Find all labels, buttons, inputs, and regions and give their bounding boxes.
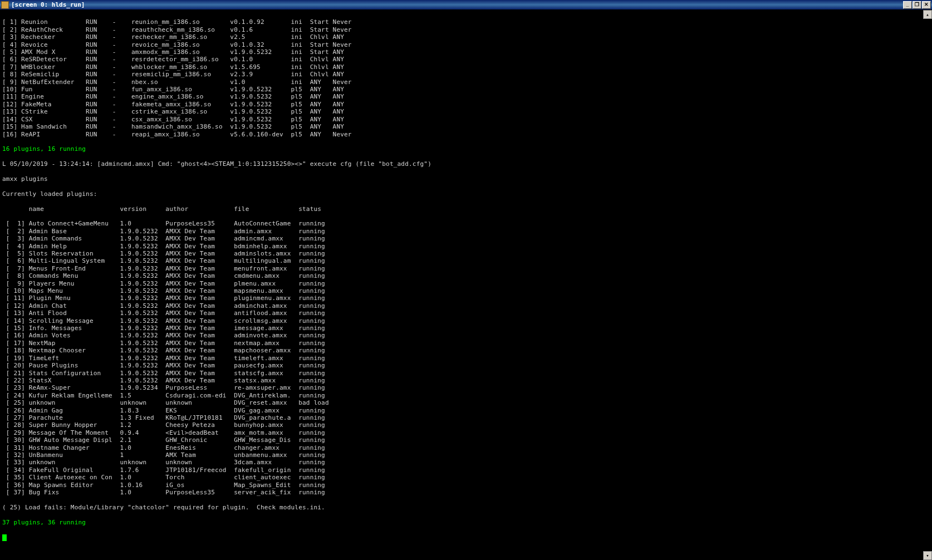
metamod-row: [ 9] NetBufExtender RUN - nbex.so v1.0 i… (2, 78, 930, 86)
log-line: L 05/10/2019 - 13:24:14: [admincmd.amxx]… (2, 160, 930, 168)
minimize-button[interactable]: _ (903, 1, 912, 9)
amxx-row: [ 36] Map Spawns Editor 1.0.16 iG_os Map… (2, 482, 930, 489)
amxx-row: [ 24] Kufur Reklam Engelleme 1.5 Csdurag… (2, 392, 930, 399)
amxx-row: [ 12] Admin Chat 1.9.0.5232 AMXX Dev Tea… (2, 302, 930, 310)
amxx-header: Currently loaded plugins: (2, 190, 930, 198)
amxx-row: [ 31] Hostname Changer 1.0 EnesReis chan… (2, 444, 930, 451)
window-title: [screen 0: hlds_run] (11, 1, 85, 8)
amxx-row: [ 3] Admin Commands 1.9.0.5232 AMXX Dev … (2, 235, 930, 242)
metamod-row: [16] ReAPI RUN - reapi_amxx_i386.so v5.6… (2, 131, 930, 138)
load-fail-line: ( 25) Load fails: Module/Library "chatco… (2, 504, 930, 511)
metamod-row: [ 4] Revoice RUN - revoice_mm_i386.so v0… (2, 41, 930, 48)
close-button[interactable]: ✕ (922, 1, 931, 9)
scroll-up-icon[interactable]: ▴ (923, 10, 932, 19)
amxx-row: [ 15] Info. Messages 1.9.0.5232 AMXX Dev… (2, 325, 930, 332)
amxx-row: [ 14] Scrolling Message 1.9.0.5232 AMXX … (2, 317, 930, 325)
metamod-row: [ 3] Rechecker RUN - rechecker_mm_i386.s… (2, 33, 930, 41)
window-buttons: _ ❐ ✕ (903, 1, 931, 9)
metamod-row: [10] Fun RUN - fun_amxx_i386.so v1.9.0.5… (2, 86, 930, 93)
amxx-row: [ 33] unknown unknown unknown 3dcam.amxx… (2, 459, 930, 466)
metamod-plugin-list: [ 1] Reunion RUN - reunion_mm_i386.so v0… (2, 18, 930, 138)
titlebar-left: [screen 0: hlds_run] (1, 1, 85, 9)
metamod-row: [12] FakeMeta RUN - fakemeta_amxx_i386.s… (2, 101, 930, 108)
amxx-row: [ 8] Commands Menu 1.9.0.5232 AMXX Dev T… (2, 272, 930, 279)
amxx-row: [ 18] Nextmap Chooser 1.9.0.5232 AMXX De… (2, 347, 930, 354)
metamod-summary: 16 plugins, 16 running (2, 145, 930, 153)
amxx-row: [ 19] TimeLeft 1.9.0.5232 AMXX Dev Team … (2, 355, 930, 362)
amxx-row: [ 21] Stats Configuration 1.9.0.5232 AMX… (2, 370, 930, 377)
amxx-row: [ 13] Anti Flood 1.9.0.5232 AMXX Dev Tea… (2, 310, 930, 317)
amxx-row: [ 26] Admin Gag 1.8.3 EKS DVG_gag.amxx r… (2, 407, 930, 414)
amxx-row: [ 37] Bug Fixs 1.0 PurposeLess35 server_… (2, 489, 930, 496)
amxx-row: [ 6] Multi-Lingual System 1.9.0.5232 AMX… (2, 257, 930, 264)
amxx-row: [ 29] Message Of The Moment 0.9.4 <Evil>… (2, 429, 930, 436)
amxx-row: [ 11] Plugin Menu 1.9.0.5232 AMXX Dev Te… (2, 294, 930, 302)
amxx-row: [ 16] Admin Votes 1.9.0.5232 AMXX Dev Te… (2, 332, 930, 339)
metamod-row: [ 2] ReAuthCheck RUN - reauthcheck_mm_i3… (2, 26, 930, 33)
terminal-output[interactable]: [ 1] Reunion RUN - reunion_mm_i386.so v0… (0, 10, 932, 560)
amxx-row: [ 25] unknown unknown unknown DVG_reset.… (2, 399, 930, 406)
scroll-down-icon[interactable]: ▾ (923, 551, 932, 560)
amxx-row: [ 2] Admin Base 1.9.0.5232 AMXX Dev Team… (2, 228, 930, 235)
maximize-button[interactable]: ❐ (913, 1, 921, 9)
amxx-row: [ 9] Players Menu 1.9.0.5232 AMXX Dev Te… (2, 280, 930, 287)
amxx-row: [ 35] Client Autoexec on Con 1.0 Torch c… (2, 474, 930, 481)
metamod-row: [15] Ham Sandwich RUN - hamsandwich_amxx… (2, 123, 930, 130)
amxx-row: [ 30] GHW Auto Message Displ 2.1 GHW_Chr… (2, 436, 930, 444)
amxx-summary: 37 plugins, 36 running (2, 519, 930, 526)
amxx-row: [ 1] Auto Connect+GameMenu 1.0 PurposeLe… (2, 220, 930, 227)
metamod-row: [13] CStrike RUN - cstrike_amxx_i386.so … (2, 108, 930, 115)
amxx-column-header: name version author file status (2, 205, 930, 213)
amxx-row: [ 10] Maps Menu 1.9.0.5232 AMXX Dev Team… (2, 287, 930, 294)
metamod-row: [11] Engine RUN - engine_amxx_i386.so v1… (2, 93, 930, 100)
metamod-row: [ 5] AMX Mod X RUN - amxmodx_mm_i386.so … (2, 48, 930, 56)
amxx-row: [ 17] NextMap 1.9.0.5232 AMXX Dev Team n… (2, 340, 930, 347)
amxx-row: [ 28] Super Bunny Hopper 1.2 Cheesy Pete… (2, 421, 930, 429)
metamod-row: [ 7] WHBlocker RUN - whblocker_mm_i386.s… (2, 63, 930, 71)
amxx-row: [ 34] FakeFull Original 1.7.6 JTP10181/F… (2, 466, 930, 474)
amxx-row: [ 22] StatsX 1.9.0.5232 AMXX Dev Team st… (2, 377, 930, 384)
amxx-row: [ 32] UnBanmenu 1 AMX Team unbanmenu.amx… (2, 451, 930, 459)
metamod-row: [ 8] ReSemiclip RUN - resemiclip_mm_i386… (2, 71, 930, 78)
app-icon (1, 1, 9, 9)
terminal-cursor (2, 534, 7, 541)
window-titlebar: [screen 0: hlds_run] _ ❐ ✕ (0, 0, 932, 10)
amxx-plugin-list: [ 1] Auto Connect+GameMenu 1.0 PurposeLe… (2, 220, 930, 496)
amxx-row: [ 5] Slots Reservation 1.9.0.5232 AMXX D… (2, 250, 930, 257)
amxx-row: [ 23] ReAmx-Super 1.9.0.5234 PurposeLess… (2, 384, 930, 391)
amxx-row: [ 4] Admin Help 1.9.0.5232 AMXX Dev Team… (2, 243, 930, 250)
metamod-row: [ 1] Reunion RUN - reunion_mm_i386.so v0… (2, 18, 930, 26)
amxx-row: [ 20] Pause Plugins 1.9.0.5232 AMXX Dev … (2, 362, 930, 369)
amxx-row: [ 7] Menus Front-End 1.9.0.5232 AMXX Dev… (2, 265, 930, 272)
metamod-row: [14] CSX RUN - csx_amxx_i386.so v1.9.0.5… (2, 116, 930, 123)
metamod-row: [ 6] ReSRDetector RUN - resrdetector_mm_… (2, 56, 930, 63)
amxx-command: amxx plugins (2, 175, 930, 183)
amxx-row: [ 27] Parachute 1.3 Fixed KRoT@L/JTP1018… (2, 414, 930, 421)
